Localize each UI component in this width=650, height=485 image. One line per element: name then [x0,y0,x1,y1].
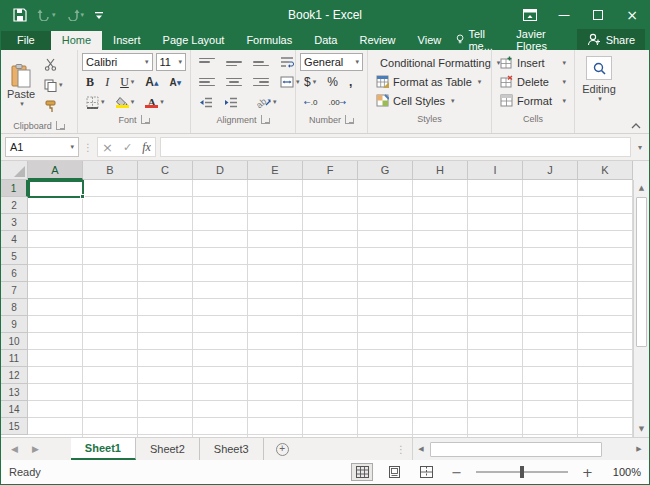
horizontal-scroll-track[interactable] [603,438,631,460]
delete-cells-button[interactable]: Delete ▾ [496,72,570,91]
bottom-align-button[interactable] [249,53,273,71]
row-header[interactable]: 10 [1,333,28,350]
ribbon-tab[interactable]: Data [303,31,348,50]
column-header[interactable]: C [138,161,193,180]
active-cell-selection[interactable] [28,180,84,198]
underline-dropdown-icon[interactable]: ▾ [131,78,135,86]
horizontal-scroll-thumb[interactable] [430,442,602,457]
font-dialog-launcher-icon[interactable] [141,115,150,124]
format-painter-button[interactable] [41,97,66,115]
alignment-dialog-launcher-icon[interactable] [261,115,270,124]
font-color-button[interactable]: A ▾ [141,93,168,111]
cell-styles-button[interactable]: Cell Styles ▾ [372,91,487,110]
orientation-button[interactable]: ab ▾ [253,93,281,111]
column-header[interactable]: E [248,161,303,180]
row-header[interactable]: 11 [1,350,28,367]
tell-me-button[interactable]: Tell me... [452,29,508,50]
row-header[interactable]: 1 [1,180,28,197]
column-header[interactable]: I [468,161,523,180]
copy-dropdown-icon[interactable]: ▾ [59,81,63,89]
wrap-text-button[interactable] [276,53,298,71]
redo-dropdown-icon[interactable]: ▾ [81,11,85,19]
scroll-right-button[interactable]: ▶ [631,438,647,460]
bold-button[interactable]: B [82,73,98,91]
increase-font-size-button[interactable]: A▲ [141,73,162,91]
column-header[interactable]: A [28,161,83,180]
customize-qat-button[interactable] [90,4,108,26]
ribbon-tab[interactable]: View [407,31,453,50]
number-dialog-launcher-icon[interactable] [345,115,354,124]
previous-sheet-icon[interactable]: ◀ [11,444,18,454]
column-header[interactable]: B [83,161,138,180]
row-header[interactable]: 8 [1,299,28,316]
comma-style-button[interactable]: , [345,73,356,91]
increase-decimal-button[interactable]: ←.0 [300,93,321,111]
number-format-select[interactable]: General ▾ [300,53,363,71]
fill-color-dropdown-icon[interactable]: ▾ [131,98,135,106]
collapse-ribbon-icon[interactable] [631,123,641,129]
insert-function-button[interactable]: fx [142,140,151,155]
name-box-dropdown-icon[interactable]: ▾ [70,143,74,151]
center-button[interactable] [222,73,246,91]
zoom-level[interactable]: 100% [607,466,641,478]
ribbon-tab[interactable]: Insert [102,31,152,50]
horizontal-scrollbar[interactable]: ◀ ▶ [412,438,647,460]
page-layout-view-button[interactable] [383,463,405,481]
paste-button[interactable]: Paste ▾ [3,52,39,118]
row-header[interactable]: 13 [1,384,28,401]
row-header[interactable]: 14 [1,401,28,418]
paste-dropdown-icon[interactable]: ▾ [20,100,24,108]
italic-button[interactable]: I [101,73,113,91]
undo-dropdown-icon[interactable]: ▾ [52,11,56,19]
accounting-format-button[interactable]: $▾ [300,73,320,91]
row-header[interactable]: 9 [1,316,28,333]
close-button[interactable]: × [615,1,649,29]
column-header[interactable]: K [578,161,633,180]
row-header[interactable]: 15 [1,418,28,435]
save-button[interactable] [9,4,31,26]
sheetbar-separator-dots[interactable]: ⋮ [396,444,406,455]
font-family-select[interactable]: Calibri ▾ [82,53,152,71]
cancel-entry-button[interactable]: × [102,140,113,155]
font-size-select[interactable]: 11 ▾ [156,53,187,71]
middle-align-button[interactable] [222,53,246,71]
scroll-left-button[interactable]: ◀ [413,438,429,460]
underline-button[interactable]: U▾ [116,73,138,91]
zoom-slider[interactable] [476,471,568,473]
namebox-separator-dots[interactable]: ⋮ [83,142,93,153]
cut-button[interactable] [41,55,66,73]
zoom-out-button[interactable]: − [447,465,466,480]
insert-cells-button[interactable]: Insert ▾ [496,53,570,72]
ribbon-tab[interactable]: Review [348,31,406,50]
column-header[interactable]: G [358,161,413,180]
maximize-button[interactable] [581,1,615,29]
orientation-dropdown-icon[interactable]: ▾ [273,98,277,106]
copy-button[interactable]: ▾ [41,76,66,94]
row-header[interactable]: 12 [1,367,28,384]
minimize-button[interactable]: — [547,1,581,29]
row-header[interactable]: 2 [1,197,28,214]
align-right-button[interactable] [249,73,273,91]
share-button[interactable]: Share [577,29,645,50]
row-header[interactable]: 4 [1,231,28,248]
normal-view-button[interactable] [351,463,373,481]
sheet-tab[interactable]: Sheet2 [136,438,200,460]
editing-button[interactable]: Editing ▾ [577,52,621,107]
row-header[interactable]: 5 [1,248,28,265]
borders-dropdown-icon[interactable]: ▾ [101,98,105,106]
row-header[interactable]: 6 [1,265,28,282]
row-header[interactable]: 7 [1,282,28,299]
user-account-button[interactable]: Javier Flores [512,29,572,50]
new-sheet-button[interactable]: + [264,438,301,460]
ribbon-tab[interactable]: Formulas [235,31,303,50]
column-header[interactable]: F [303,161,358,180]
align-left-button[interactable] [195,73,219,91]
decrease-indent-button[interactable] [195,93,217,111]
decrease-decimal-button[interactable]: .00→ [324,93,350,111]
scroll-up-button[interactable]: ▲ [634,180,649,196]
column-header[interactable]: J [523,161,578,180]
enter-entry-button[interactable]: ✓ [123,141,132,154]
ribbon-tab[interactable]: File [1,31,51,50]
formula-input[interactable] [160,137,631,157]
undo-button[interactable]: ▾ [33,4,60,26]
